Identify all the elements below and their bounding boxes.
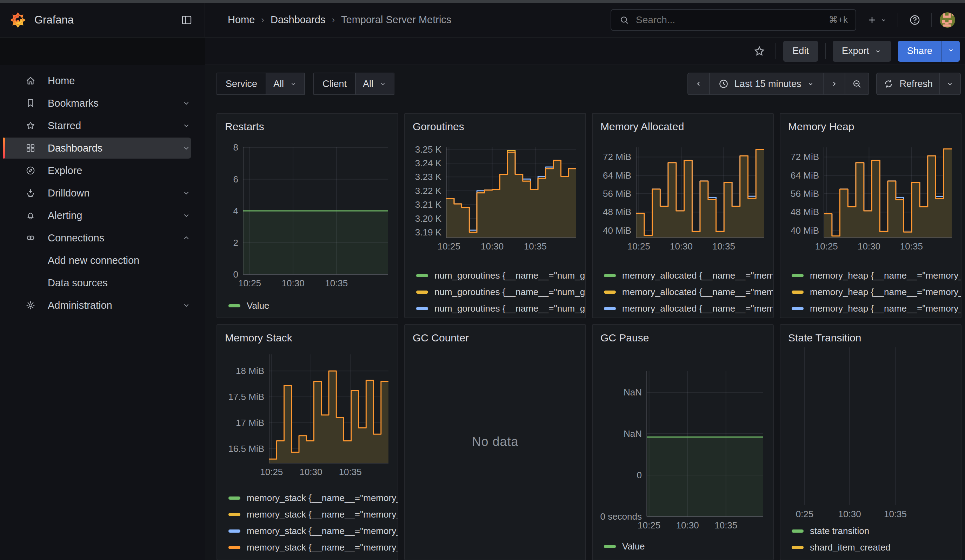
star-icon	[25, 120, 36, 131]
panel-title[interactable]: GC Pause	[600, 331, 765, 344]
star-dashboard-icon[interactable]	[750, 42, 769, 60]
legend-item[interactable]: memory_heap {__name__="memory_h	[788, 284, 953, 300]
legend-item[interactable]: Value	[225, 297, 390, 314]
filter-value-dropdown[interactable]: All	[356, 73, 394, 95]
chart-legend: Value	[600, 538, 765, 555]
chevron-down-icon	[946, 80, 954, 88]
help-icon[interactable]	[906, 11, 924, 29]
sidebar-item-connections[interactable]: Connections	[0, 227, 205, 249]
chart-state_transition[interactable]: 0:2510:3010:35	[788, 344, 953, 521]
chart-memory_heap[interactable]: 10:2510:3010:3540 MiB48 MiB56 MiB64 MiB7…	[788, 133, 953, 258]
chart-restarts[interactable]: 10:2510:3010:3502468	[225, 133, 390, 292]
chevron-up-icon[interactable]	[182, 233, 191, 242]
panel-title[interactable]: Restarts	[225, 120, 390, 133]
sidebar-item-administration[interactable]: Administration	[0, 294, 205, 317]
sidebar-item-bookmarks[interactable]: Bookmarks	[0, 92, 205, 114]
chart-legend: Value	[225, 297, 390, 314]
chevron-down-icon[interactable]	[182, 211, 191, 220]
chart-memory_stack[interactable]: 10:2510:3010:3516.5 MiB17 MiB17.5 MiB18 …	[225, 344, 390, 484]
refresh-icon	[883, 78, 894, 89]
window-top-edge	[0, 0, 965, 3]
chevron-down-icon[interactable]	[182, 144, 191, 152]
legend-item[interactable]: memory_heap {__name__="memory_h	[788, 317, 953, 318]
sidebar-item-data-sources[interactable]: Data sources	[0, 272, 205, 294]
search-box[interactable]: ⌘+k	[610, 9, 856, 31]
legend-item[interactable]: Value	[600, 538, 765, 555]
sidebar-toggle-icon[interactable]	[178, 11, 195, 29]
svg-text:16.5 MiB: 16.5 MiB	[228, 444, 264, 454]
chevron-down-icon[interactable]	[182, 189, 191, 197]
legend-item[interactable]: num_goroutines {__name__="num_go	[413, 317, 577, 318]
refresh-button[interactable]: Refresh	[876, 73, 940, 95]
add-button[interactable]	[864, 12, 890, 28]
sidebar-item-explore[interactable]: Explore	[0, 159, 205, 182]
legend-item[interactable]: memory_allocated {__name__="memo	[600, 267, 765, 284]
refresh-interval-button[interactable]	[940, 73, 961, 95]
search-input[interactable]	[635, 14, 829, 26]
svg-text:56 MiB: 56 MiB	[603, 188, 631, 199]
share-button[interactable]: Share	[898, 41, 942, 62]
share-menu-button[interactable]	[942, 41, 960, 62]
sidebar-item-dashboards[interactable]: Dashboards	[0, 137, 205, 159]
svg-text:0 seconds: 0 seconds	[600, 511, 642, 522]
panel-title[interactable]: Memory Allocated	[600, 120, 765, 133]
legend-item[interactable]: state transition	[788, 523, 953, 539]
legend-item[interactable]: memory_stack {__name__="memory_s	[225, 539, 390, 556]
sidebar-item-label: Data sources	[48, 277, 108, 289]
chart-goroutines[interactable]: 10:2510:3010:353.19 K3.20 K3.21 K3.22 K3…	[413, 133, 577, 258]
panel-memory_stack: Memory Stack10:2510:3010:3516.5 MiB17 Mi…	[216, 324, 398, 560]
chevron-down-icon[interactable]	[182, 99, 191, 107]
legend-item[interactable]: num_goroutines {__name__="num_go	[413, 284, 577, 300]
chart-legend: num_goroutines {__name__="num_go num_gor…	[413, 267, 577, 318]
breadcrumb-item[interactable]: Home	[228, 14, 255, 26]
zoom-out-button[interactable]	[845, 73, 869, 95]
sidebar-item-starred[interactable]: Starred	[0, 114, 205, 137]
toolbar-divider	[775, 43, 776, 59]
legend-item[interactable]: memory_stack {__name__="memory_s	[225, 506, 390, 523]
legend-item[interactable]: memory_allocated {__name__="memo	[600, 317, 765, 318]
sidebar-item-drilldown[interactable]: Drilldown	[0, 182, 205, 204]
time-back-button[interactable]	[687, 73, 710, 95]
panel-title[interactable]: Goroutines	[413, 120, 577, 133]
drilldown-icon	[25, 188, 36, 198]
legend-item[interactable]: memory_allocated {__name__="memo	[600, 284, 765, 300]
chevron-down-icon[interactable]	[182, 121, 191, 130]
chart-memory_allocated[interactable]: 10:2510:3010:3540 MiB48 MiB56 MiB64 MiB7…	[600, 133, 765, 258]
top-header: Grafana Home›Dashboards›Temporal Server …	[0, 3, 965, 38]
legend-item[interactable]: shard_item_created	[788, 539, 953, 556]
legend-series-color	[792, 529, 803, 533]
legend-series-color	[604, 545, 616, 548]
svg-text:3.21 K: 3.21 K	[415, 199, 442, 210]
svg-text:0: 0	[233, 269, 238, 280]
legend-item[interactable]: memory_allocated {__name__="memo	[600, 300, 765, 317]
filter-value-dropdown[interactable]: All	[267, 73, 304, 95]
legend-item[interactable]: num_goroutines {__name__="num_go	[413, 300, 577, 317]
panel-title[interactable]: Memory Stack	[225, 331, 390, 344]
panel-title[interactable]: GC Counter	[413, 331, 577, 344]
clock-icon	[718, 78, 729, 89]
breadcrumb-item[interactable]: Dashboards	[271, 14, 325, 26]
apps-icon	[25, 143, 36, 153]
legend-item[interactable]: num_goroutines {__name__="num_go	[413, 267, 577, 284]
chevron-down-icon[interactable]	[182, 301, 191, 309]
filter-label: Service	[217, 73, 267, 95]
legend-series-color	[229, 529, 240, 533]
legend-item[interactable]: memory_stack {__name__="memory_s	[225, 490, 390, 506]
legend-item[interactable]: memory_stack {__name__="memory_s	[225, 523, 390, 539]
time-range-button[interactable]: Last 15 minutes	[710, 73, 823, 95]
export-button[interactable]: Export	[833, 41, 891, 62]
user-avatar[interactable]	[940, 12, 955, 28]
sidebar-item-add-new-connection[interactable]: Add new connection	[0, 249, 205, 272]
sidebar-item-alerting[interactable]: Alerting	[0, 204, 205, 227]
chevron-right-icon	[830, 80, 838, 88]
panel-title[interactable]: State Transition	[788, 331, 953, 344]
legend-item[interactable]: memory_heap {__name__="memory_h	[788, 300, 953, 317]
legend-item[interactable]: memory_heap {__name__="memory_h	[788, 267, 953, 284]
chart-gc_pause[interactable]: 10:2510:3010:350 seconds0NaNNaN	[600, 344, 765, 537]
time-forward-button[interactable]	[823, 73, 845, 95]
sidebar-item-home[interactable]: Home	[0, 70, 205, 92]
chevron-down-icon	[379, 80, 387, 88]
filter-service: Service All	[216, 73, 305, 95]
edit-button[interactable]: Edit	[783, 41, 818, 62]
panel-title[interactable]: Memory Heap	[788, 120, 953, 133]
